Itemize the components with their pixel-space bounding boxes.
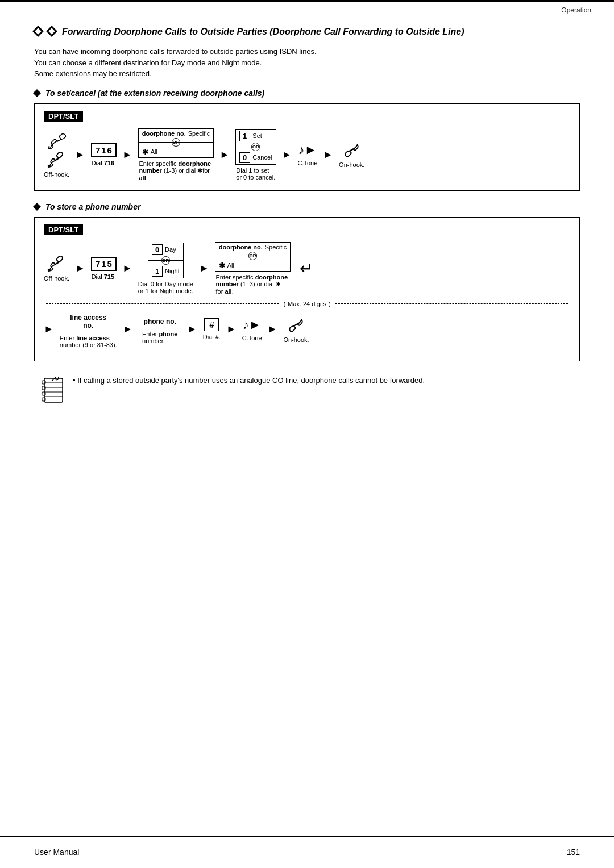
cancel-label: Cancel [252, 154, 272, 161]
day-night-desc2: or 1 for Night mode. [138, 287, 193, 294]
arrow-7: ► [122, 262, 132, 274]
onhook-phone-icon-1 [342, 141, 362, 159]
arrow-11: ► [187, 323, 197, 335]
content: Forwarding Doorphone Calls to Outside Pa… [0, 14, 614, 445]
onhook-phone-icon-2 [286, 316, 306, 334]
arrow-12: ► [226, 323, 237, 335]
ctone-symbol-1: ♪► [298, 143, 317, 157]
offhook-phone-icon-2 [47, 254, 67, 273]
max-digits-line: (Max. 24 digits) [44, 301, 570, 307]
arrow-2: ► [122, 149, 132, 161]
dpt-slt-badge-2: DPT/SLT [44, 224, 83, 235]
line-access-col: line access no. Enter line accessnumber … [60, 311, 117, 348]
offhook-label-1: Off-hook. [44, 171, 69, 178]
onhook-label-1: On-hook. [339, 161, 364, 168]
ctone-label-2: C.Tone [242, 335, 262, 341]
enter-line-access-desc2: number (9 or 81-83). [60, 341, 117, 348]
dial-box-716: 7 1 6 [91, 143, 117, 157]
max-digits-text: ( [283, 301, 285, 307]
night-row: 1 Night [148, 265, 183, 278]
set-row: 1 Set [236, 130, 275, 143]
hash-col: # Dial #. [203, 318, 221, 340]
enter-doorphone-label-2: Enter specific doorphonenumber (1–3) or … [216, 274, 290, 295]
doorphone-label-1: doorphone no. [142, 130, 186, 137]
intro-text: You can have incoming doorphone calls fo… [34, 46, 580, 80]
dial1-label: Dial 1 to set or 0 to cancel. [236, 167, 275, 181]
day-night-options: 0 Day OR 1 Night [148, 243, 184, 278]
footer-right: 151 [567, 848, 580, 857]
footer-rule [0, 836, 614, 837]
phone-no-col: phone no. Enter phonenumber. [139, 315, 181, 344]
note-icon [40, 377, 65, 411]
diamond-icon-4 [33, 203, 41, 211]
section1-title-text: To set/cancel (at the extension receivin… [45, 89, 264, 98]
offhook-col-2: Off-hook. [44, 254, 69, 282]
num-1: 1 [239, 131, 250, 141]
dial-7: 7 [96, 145, 100, 155]
night-label: Night [165, 268, 180, 274]
section1-box: DPT/SLT Off-hook. ► [34, 103, 580, 191]
divider-or-4: OR [215, 252, 291, 260]
notebook-svg [40, 377, 65, 407]
max-digits-value: Max. 24 digits [288, 301, 326, 307]
onhook-col-2: On-hook. [283, 316, 309, 343]
header: Operation [0, 2, 614, 14]
page: Operation Forwarding Doorphone Calls to … [0, 0, 614, 868]
max-digits-close: ) [329, 301, 331, 307]
star-symbol-1: ✱ [142, 148, 148, 156]
dial715-col: 7 1 5 Dial 715. [91, 257, 117, 280]
header-section: Operation [561, 6, 591, 14]
onhook-label-2: On-hook. [283, 336, 309, 343]
divider-or-2: OR [236, 143, 275, 151]
intro-line-2: You can choose a different destination f… [34, 59, 262, 67]
set-cancel-options: 1 Set OR 0 Cancel [235, 129, 276, 165]
arrow-9: ► [44, 323, 54, 335]
line-access-box: line access no. [65, 311, 111, 332]
svg-rect-5 [42, 381, 45, 384]
doorphone-all-1: All [151, 148, 157, 155]
day-night-col: 0 Day OR 1 Night Dial 0 for Day mode [138, 243, 193, 294]
section2-title: To store a phone number [34, 202, 580, 211]
diamond-icon-2 [47, 26, 58, 37]
svg-rect-8 [42, 398, 45, 401]
doorphone-col-2: doorphone no. Specific OR ✱ All Enter sp… [215, 242, 291, 295]
doorphone-specific-row-1: doorphone no. Specific [139, 129, 214, 138]
arrow-8: ► [199, 262, 209, 274]
day-night-desc: Dial 0 for Day mode or 1 for Night mode. [138, 281, 193, 294]
doorphone-col-1: doorphone no. Specific OR ✱ All Enter sp… [138, 128, 214, 181]
dial-hash-desc: Dial #. [203, 333, 221, 340]
day-label: Day [165, 246, 176, 253]
enter-doorphone-label-1: Enter specific doorphonenumber (1-3) or … [139, 160, 213, 181]
note-text: • If calling a stored outside party's nu… [73, 375, 425, 386]
arrow-3: ► [219, 149, 230, 161]
doorphone-options-1: doorphone no. Specific OR ✱ All [138, 128, 214, 158]
intro-line-1: You can have incoming doorphone calls fo… [34, 47, 317, 56]
ctone-symbol-2: ♪► [243, 318, 262, 332]
dial-6: 6 [107, 145, 112, 155]
or-badge-2: OR [251, 143, 260, 151]
dial716-label: Dial 716. [92, 160, 116, 166]
diamond-icon-3 [33, 89, 41, 97]
enter-line-access-desc: Enter line accessnumber (9 or 81-83). [60, 335, 117, 348]
arrow-4: ► [282, 149, 292, 161]
dial-1: 1 [101, 145, 106, 155]
diamond-icon-1 [32, 26, 44, 37]
dial-box-715: 7 1 5 [91, 257, 117, 271]
hash-box: # [204, 318, 219, 331]
onhook-col-1: On-hook. [339, 141, 364, 168]
offhook-col-1: Off-hook. [44, 131, 69, 178]
ctone-col-1: ♪► C.Tone [297, 143, 317, 166]
return-arrow: ↵ [300, 259, 313, 278]
doorphone-all-row-1: ✱ All [139, 147, 214, 157]
main-title-text: Forwarding Doorphone Calls to Outside Pa… [62, 27, 464, 36]
doorphone-all-2: All [227, 262, 234, 269]
doorphone-options-2: doorphone no. Specific OR ✱ All [215, 242, 291, 272]
phone-no-box: phone no. [139, 315, 181, 328]
enter-phone-desc: Enter phonenumber. [142, 331, 177, 344]
ctone-col-2: ♪► C.Tone [242, 318, 262, 341]
star-symbol-2: ✱ [219, 261, 225, 270]
dashed-left [46, 303, 279, 304]
dial-7b: 7 [96, 259, 100, 269]
doorphone-label-2: doorphone no. [219, 244, 263, 251]
dpt-slt-badge-1: DPT/SLT [44, 111, 83, 122]
